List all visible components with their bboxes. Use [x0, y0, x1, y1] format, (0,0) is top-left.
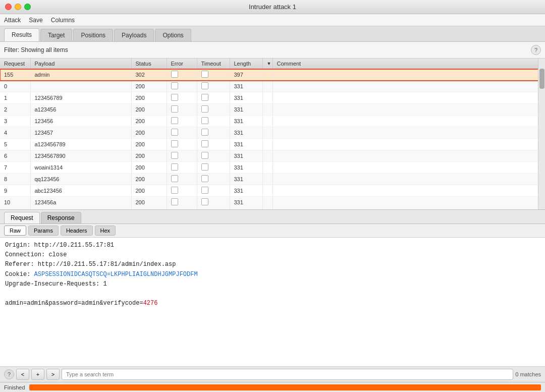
tab-target[interactable]: Target	[40, 29, 72, 41]
error-checkbox[interactable]	[171, 140, 178, 147]
col-header-error[interactable]: Error	[167, 59, 197, 69]
timeout-checkbox[interactable]	[201, 152, 208, 159]
tab-positions[interactable]: Positions	[73, 29, 113, 41]
cell-arrow	[262, 81, 272, 92]
cell-comment	[272, 150, 545, 162]
timeout-checkbox[interactable]	[201, 140, 208, 147]
timeout-checkbox[interactable]	[201, 175, 208, 182]
tab-options[interactable]: Options	[155, 29, 191, 41]
table-row[interactable]: 1 123456789 200 331	[0, 92, 545, 104]
error-checkbox[interactable]	[171, 117, 178, 124]
timeout-checkbox[interactable]	[201, 105, 208, 113]
close-button[interactable]	[5, 4, 12, 10]
search-input[interactable]	[62, 369, 513, 380]
search-next-button[interactable]: >	[46, 369, 60, 380]
cell-length: 331	[230, 139, 262, 150]
cell-payload: 123456789	[30, 92, 131, 104]
table-row[interactable]: 0 200 331	[0, 81, 545, 92]
error-checkbox[interactable]	[171, 152, 178, 159]
timeout-checkbox[interactable]	[201, 117, 208, 124]
error-checkbox[interactable]	[171, 163, 178, 171]
cell-arrow	[262, 139, 272, 150]
menu-attack[interactable]: Attack	[4, 17, 21, 24]
timeout-checkbox[interactable]	[201, 94, 208, 101]
table-row[interactable]: 6 1234567890 200 331	[0, 150, 545, 162]
cell-request: 155	[0, 69, 30, 81]
cell-status: 200	[131, 197, 167, 208]
table-row[interactable]: 5 a123456789 200 331	[0, 139, 545, 150]
error-checkbox[interactable]	[171, 105, 178, 113]
col-header-payload[interactable]: Payload	[30, 59, 131, 69]
cell-arrow	[262, 116, 272, 127]
content-line-body: admin=admin&password=admin&verifycode=42…	[5, 299, 540, 308]
table-row[interactable]: 11 123456789a 200 331	[0, 208, 545, 210]
timeout-checkbox[interactable]	[201, 187, 208, 194]
table-row[interactable]: 8 qq123456 200 331	[0, 174, 545, 185]
cell-payload: a123456789	[30, 139, 131, 150]
timeout-checkbox[interactable]	[201, 71, 208, 78]
cell-error	[167, 208, 197, 210]
cell-arrow	[262, 197, 272, 208]
error-checkbox[interactable]	[171, 187, 178, 194]
tab-headers[interactable]: Headers	[61, 226, 93, 236]
table-row[interactable]: 2 a123456 200 331	[0, 104, 545, 116]
cell-timeout	[197, 127, 230, 139]
menu-columns[interactable]: Columns	[51, 17, 75, 24]
cell-arrow	[262, 104, 272, 116]
error-checkbox[interactable]	[171, 71, 178, 78]
table-row[interactable]: 3 123456 200 331	[0, 116, 545, 127]
table-row[interactable]: 9 abc123456 200 331	[0, 185, 545, 197]
minimize-button[interactable]	[15, 4, 21, 10]
cell-comment	[272, 139, 545, 150]
search-prev-button[interactable]: <	[16, 369, 29, 380]
window-title: Intruder attack 1	[249, 3, 296, 11]
table-scrollbar[interactable]	[538, 59, 545, 209]
cell-timeout	[197, 162, 230, 174]
cell-timeout	[197, 150, 230, 162]
cell-payload: 1234567890	[30, 150, 131, 162]
error-checkbox[interactable]	[171, 129, 178, 136]
search-help-button[interactable]: ?	[4, 369, 14, 379]
col-header-comment[interactable]: Comment	[272, 59, 545, 69]
table-row[interactable]: 4 123457 200 331	[0, 127, 545, 139]
cell-payload: abc123456	[30, 185, 131, 197]
cell-status: 200	[131, 81, 167, 92]
cell-arrow	[262, 174, 272, 185]
request-content[interactable]: Origin: http://10.211.55.17:81 Connectio…	[0, 238, 545, 366]
timeout-checkbox[interactable]	[201, 198, 208, 205]
tab-params[interactable]: Params	[28, 226, 59, 236]
timeout-checkbox[interactable]	[201, 163, 208, 171]
maximize-button[interactable]	[24, 4, 31, 10]
col-header-request[interactable]: Request	[0, 59, 30, 69]
cell-status: 200	[131, 185, 167, 197]
tab-results[interactable]: Results	[4, 28, 39, 41]
timeout-checkbox[interactable]	[201, 129, 208, 136]
table-row[interactable]: 7 woaini1314 200 331	[0, 162, 545, 174]
error-checkbox[interactable]	[171, 175, 178, 182]
timeout-checkbox[interactable]	[201, 82, 208, 89]
col-header-timeout[interactable]: Timeout	[197, 59, 230, 69]
cell-payload: 123456	[30, 116, 131, 127]
col-header-length[interactable]: Length	[230, 59, 262, 69]
tab-request[interactable]: Request	[4, 212, 40, 223]
error-checkbox[interactable]	[171, 198, 178, 205]
tab-hex[interactable]: Hex	[95, 226, 116, 236]
error-checkbox[interactable]	[171, 94, 178, 101]
error-checkbox[interactable]	[171, 82, 178, 89]
cell-timeout	[197, 116, 230, 127]
cell-payload: woaini1314	[30, 162, 131, 174]
table-row-highlighted[interactable]: 155 admin 302 397	[0, 69, 545, 81]
tab-response[interactable]: Response	[41, 212, 81, 223]
tab-payloads[interactable]: Payloads	[114, 29, 154, 41]
search-add-button[interactable]: +	[31, 369, 44, 380]
tab-raw[interactable]: Raw	[4, 226, 26, 236]
cell-status: 200	[131, 139, 167, 150]
filter-help-button[interactable]: ?	[531, 45, 541, 55]
menu-save[interactable]: Save	[29, 17, 42, 24]
table-scroll[interactable]: Request Payload Status Error Timeout Len…	[0, 59, 545, 209]
col-header-status[interactable]: Status	[131, 59, 167, 69]
cell-error	[167, 150, 197, 162]
search-matches: 0 matches	[515, 371, 541, 377]
table-row[interactable]: 10 123456a 200 331	[0, 197, 545, 208]
cell-request: 2	[0, 104, 30, 116]
